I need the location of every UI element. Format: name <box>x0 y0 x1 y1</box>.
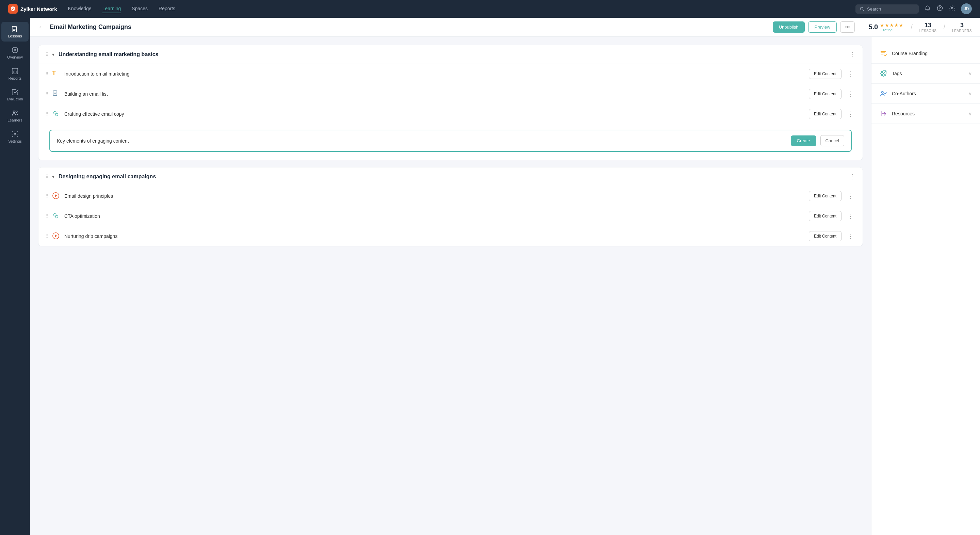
lesson-1-2-icon <box>52 90 60 98</box>
create-lesson-button[interactable]: Create <box>791 135 816 146</box>
evaluation-icon <box>11 89 19 96</box>
header-actions: Unpublish Preview ••• <box>773 21 855 33</box>
sidebar-item-lessons[interactable]: Lessons <box>2 22 29 41</box>
settings-nav-icon[interactable] <box>949 5 956 13</box>
unpublish-button[interactable]: Unpublish <box>773 21 805 33</box>
right-panel: Course Branding Tags ∨ Co-Authors <box>871 37 980 535</box>
lesson-2-2-menu-btn[interactable]: ⋮ <box>846 212 856 221</box>
lesson-1-2-edit-btn[interactable]: Edit Content <box>809 89 842 99</box>
cancel-lesson-button[interactable]: Cancel <box>821 135 844 146</box>
section-1-menu-btn[interactable]: ⋮ <box>850 51 856 58</box>
lesson-2-2-drag[interactable]: ⠿ <box>45 214 48 219</box>
learners-icon <box>11 109 19 117</box>
settings-sidebar-icon <box>11 131 19 138</box>
section-1-card: ⠿ ▾ Understanding email marketing basics… <box>38 45 863 160</box>
stars: ★★★★★ <box>880 22 904 28</box>
panel-branding-label: Course Branding <box>892 51 972 56</box>
notifications-icon[interactable] <box>924 5 931 13</box>
sidebar-item-overview[interactable]: Overview <box>2 43 29 63</box>
panel-item-resources[interactable]: Resources ∨ <box>872 104 980 124</box>
section-1-drag-handle[interactable]: ⠿ <box>45 52 48 57</box>
svg-point-8 <box>13 111 15 113</box>
user-avatar[interactable]: JD <box>961 3 972 14</box>
lesson-1-3-edit-btn[interactable]: Edit Content <box>809 109 842 119</box>
back-button[interactable]: ← <box>38 24 44 30</box>
lesson-1-1-edit-btn[interactable]: Edit Content <box>809 69 842 79</box>
sidebar-item-reports[interactable]: Reports <box>2 64 29 84</box>
section-2-title: Designing engaging email campaigns <box>59 174 846 180</box>
lesson-1-3-menu-btn[interactable]: ⋮ <box>846 110 856 118</box>
lesson-1-3-drag[interactable]: ⠿ <box>45 111 48 117</box>
lesson-row: ⠿ CTA optimization Edit Content ⋮ <box>38 206 862 226</box>
sidebar-item-learners[interactable]: Learners <box>2 106 29 126</box>
lessons-stat: 13 LESSONS <box>920 22 937 33</box>
lesson-2-1-title: Email design principles <box>64 193 805 199</box>
lesson-row: ⠿ Crafting effective email copy Edit Con… <box>38 104 862 124</box>
svg-point-9 <box>16 111 18 113</box>
main-layout: ⠿ ▾ Understanding email marketing basics… <box>30 37 980 535</box>
new-lesson-input[interactable] <box>57 138 787 143</box>
lesson-2-1-drag[interactable]: ⠿ <box>45 194 48 199</box>
panel-item-branding[interactable]: Course Branding <box>872 43 980 64</box>
stat-divider-1: / <box>911 23 913 31</box>
branding-icon <box>880 50 887 57</box>
brand-icon <box>8 4 18 14</box>
lesson-2-2-icon <box>52 212 60 220</box>
lesson-2-3-drag[interactable]: ⠿ <box>45 234 48 239</box>
nav-knowledge[interactable]: Knowledge <box>68 5 92 13</box>
lesson-2-1-menu-btn[interactable]: ⋮ <box>846 192 856 201</box>
panel-resources-label: Resources <box>892 111 964 116</box>
svg-point-2 <box>940 9 940 10</box>
lesson-1-1-icon: T <box>52 70 60 78</box>
search-box[interactable] <box>856 5 919 14</box>
section-1-title: Understanding email marketing basics <box>59 51 846 57</box>
panel-item-tags[interactable]: Tags ∨ <box>872 64 980 84</box>
nav-reports[interactable]: Reports <box>159 5 175 13</box>
text-type-icon: T <box>52 70 56 76</box>
nav-spaces[interactable]: Spaces <box>132 5 148 13</box>
brand-name: Zylker Network <box>21 6 57 12</box>
section-2-collapse-btn[interactable]: ▾ <box>52 174 54 179</box>
lessons-label: LESSONS <box>920 29 937 33</box>
lesson-1-1-menu-btn[interactable]: ⋮ <box>846 69 856 78</box>
header-bar: ← Email Marketing Campaigns Unpublish Pr… <box>30 18 980 37</box>
nav-learning[interactable]: Learning <box>102 5 121 13</box>
sidebar-item-evaluation[interactable]: Evaluation <box>2 85 29 105</box>
rating-count: 1 rating <box>880 28 904 32</box>
lesson-2-1-edit-btn[interactable]: Edit Content <box>809 191 842 201</box>
more-button[interactable]: ••• <box>840 21 855 33</box>
lesson-1-1-drag[interactable]: ⠿ <box>45 72 48 76</box>
section-2-card: ⠿ ▾ Designing engaging email campaigns ⋮… <box>38 167 863 247</box>
learners-label: LEARNERS <box>952 29 972 33</box>
add-lesson-row: Create Cancel <box>49 130 852 152</box>
sidebar-item-settings[interactable]: Settings <box>2 127 29 146</box>
nav-right: JD <box>856 3 972 14</box>
tags-icon <box>880 70 887 77</box>
reports-icon <box>11 67 19 75</box>
nav-links: Knowledge Learning Spaces Reports <box>68 5 176 13</box>
svg-point-3 <box>951 7 953 9</box>
learners-count: 3 <box>952 22 972 29</box>
svg-point-6 <box>14 49 16 51</box>
panel-tags-label: Tags <box>892 71 964 76</box>
section-2-drag-handle[interactable]: ⠿ <box>45 174 48 179</box>
lesson-1-2-menu-btn[interactable]: ⋮ <box>846 89 856 98</box>
section-2-menu-btn[interactable]: ⋮ <box>850 173 856 180</box>
svg-point-18 <box>882 92 884 94</box>
search-input[interactable] <box>867 6 915 11</box>
rating-details: ★★★★★ 1 rating <box>880 22 904 32</box>
preview-button[interactable]: Preview <box>808 21 837 33</box>
lesson-row: ⠿ Email design principles Edit Content ⋮ <box>38 186 862 206</box>
lesson-1-2-drag[interactable]: ⠿ <box>45 92 48 97</box>
lesson-row: ⠿ Nurturing drip campaigns Edit Content … <box>38 226 862 246</box>
section-1-collapse-btn[interactable]: ▾ <box>52 52 54 57</box>
lesson-2-3-edit-btn[interactable]: Edit Content <box>809 231 842 241</box>
brand-logo[interactable]: Zylker Network <box>8 4 57 14</box>
svg-point-5 <box>12 47 18 53</box>
panel-item-coauthors[interactable]: Co-Authors ∨ <box>872 84 980 104</box>
lesson-2-3-menu-btn[interactable]: ⋮ <box>846 232 856 240</box>
lesson-1-2-title: Building an email list <box>64 91 805 97</box>
lesson-2-2-edit-btn[interactable]: Edit Content <box>809 211 842 221</box>
help-icon[interactable] <box>937 5 943 13</box>
lesson-2-3-icon <box>52 232 60 240</box>
